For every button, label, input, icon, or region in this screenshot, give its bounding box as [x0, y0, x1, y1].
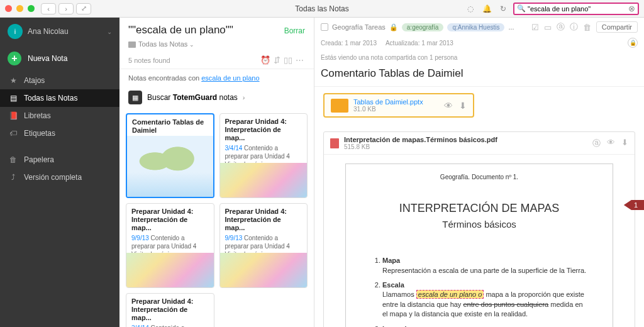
updated-date: Actualizada: 1 mar 2013 — [386, 40, 453, 47]
annotate-icon[interactable]: ⓐ — [557, 21, 565, 33]
download-icon[interactable]: ⬇ — [621, 138, 628, 149]
share-button[interactable]: Compartir — [596, 21, 638, 33]
close-window-button[interactable] — [5, 5, 12, 12]
notebook-crumb[interactable]: Todas las Notas⌄ — [119, 39, 314, 52]
avatar: i — [8, 24, 23, 39]
info-icon[interactable]: ⓘ — [570, 21, 578, 33]
sidebar-item-label: Libretas — [24, 111, 51, 120]
note-card-thumb — [127, 136, 213, 197]
note-detail-pane: Geografía Tareas 🔒 a:geografía q:Annika … — [314, 18, 644, 327]
note-list-pane: ""escala de un plano"" Borrar Todas las … — [119, 18, 314, 327]
sidebar-item-notebooks[interactable]: 📕Libretas — [0, 107, 119, 125]
sidebar-item-label: Todas las Notas — [24, 94, 77, 103]
new-note-button[interactable]: + Nueva Nota — [0, 45, 119, 72]
preview-icon[interactable]: 👁 — [607, 138, 615, 149]
global-search-box[interactable]: 🔍 ⊗ — [513, 3, 639, 15]
sidebar-item-tags[interactable]: 🏷Etiquetas — [0, 125, 119, 142]
sidebar-item-label: Atajos — [24, 76, 45, 85]
note-card[interactable]: Preparar Unidad 4: Interpretación de map… — [126, 203, 214, 288]
pptx-icon — [331, 99, 348, 113]
notebook-name[interactable]: Geografía Tareas — [332, 23, 386, 31]
nav-forward-button[interactable]: › — [58, 3, 74, 14]
note-title[interactable]: Comentario Tablas de Daimiel — [314, 64, 644, 86]
sidebar-item-label: Papelera — [24, 155, 54, 164]
chevron-down-icon: ⌄ — [107, 28, 112, 35]
note-card[interactable]: Preparar Unidad 4: Interpretación de map… — [219, 113, 308, 198]
preview-icon[interactable]: 👁 — [444, 101, 453, 111]
note-card-snippet: 3/4/14 Contenido a preparar para Unidad … — [220, 144, 308, 163]
pdf-preview[interactable]: Geografía. Documento nº 1. INTERPRETACIÓ… — [324, 155, 635, 327]
more-icon[interactable]: ⋯ — [294, 55, 305, 65]
created-date: Creada: 1 mar 2013 — [321, 40, 377, 47]
nav-back-button[interactable]: ‹ — [41, 3, 56, 14]
search-external-row[interactable]: ▦ Buscar TotemGuard notas › — [119, 87, 314, 111]
result-count: 5 notes found — [128, 57, 170, 64]
attachment-pptx[interactable]: Tablas de Daimiel.pptx 31.0 KB 👁 ⬇ — [323, 93, 474, 118]
pdf-doc-header: Geografía. Documento nº 1. — [371, 173, 587, 182]
notebook-icon — [128, 42, 136, 48]
note-card-title: Preparar Unidad 4: Interpretación de map… — [126, 204, 214, 234]
sidebar-item-all-notes[interactable]: ▤Todas las Notas — [0, 89, 119, 107]
totemguard-icon: ▦ — [128, 91, 142, 104]
book-icon: 📕 — [9, 111, 18, 120]
pdf-name: Interpretación de mapas.Términos básicos… — [344, 136, 497, 143]
note-checkbox[interactable] — [321, 23, 328, 31]
tag-overflow[interactable]: ... — [508, 23, 514, 31]
note-card-grid: Comentario Tablas de Daimiel Preparar Un… — [119, 111, 314, 327]
note-card-thumb — [220, 163, 308, 197]
note-card-snippet: 9/9/13 Contenido a preparar para Unidad … — [220, 234, 308, 253]
pdf-size: 515.8 KB — [344, 143, 497, 150]
pdf-doc-subtitle: Términos básicos — [371, 218, 587, 231]
bell-icon[interactable]: 🔔 — [480, 3, 493, 14]
note-body[interactable]: Tablas de Daimiel.pptx 31.0 KB 👁 ⬇ Inter… — [314, 87, 644, 327]
note-card[interactable]: Comentario Tablas de Daimiel — [126, 113, 214, 198]
expand-button[interactable]: ⤢ — [76, 3, 91, 14]
search-icon: 🔍 — [517, 4, 526, 13]
reminder-icon[interactable]: ☑ — [531, 23, 539, 32]
tag-chip[interactable]: a:geografía — [402, 23, 444, 31]
note-card-snippet: 3/4/14 Contenido a preparar para Unidad … — [126, 324, 214, 327]
attachment-pdf: Interpretación de mapas.Términos básicos… — [323, 131, 635, 327]
reminders-icon[interactable]: ⏰ — [260, 55, 271, 65]
download-icon[interactable]: ⬇ — [459, 101, 467, 111]
sidebar-item-label: Etiquetas — [24, 129, 55, 138]
sync-icon[interactable]: ↻ — [497, 3, 509, 14]
sidebar-item-trash[interactable]: 🗑Papelera — [0, 151, 119, 169]
note-card-thumb — [220, 253, 308, 287]
window-title: Todas las Notas — [295, 4, 348, 13]
account-switcher[interactable]: i Ana Nicolau ⌄ — [0, 18, 119, 45]
minimize-window-button[interactable] — [16, 5, 23, 12]
note-card-title: Preparar Unidad 4: Interpretación de map… — [126, 294, 214, 324]
shared-note-info: Estás viendo una nota compartida con 1 p… — [314, 52, 644, 64]
found-with-text: Notas encontradas con escala de un plano — [119, 69, 314, 87]
sidebar-item-upgrade[interactable]: ⤴Versión completa — [0, 169, 119, 186]
sidebar-item-shortcuts[interactable]: ★Atajos — [0, 72, 119, 89]
note-card-title: Preparar Unidad 4: Interpretación de map… — [220, 204, 308, 234]
lock-circle-icon[interactable]: 🔒 — [628, 38, 638, 48]
star-icon: ★ — [9, 76, 18, 85]
profile-name: Ana Nicolau — [28, 27, 102, 36]
sidebar-item-label: Versión completa — [24, 173, 82, 182]
present-icon[interactable]: ▭ — [544, 23, 552, 32]
zoom-window-button[interactable] — [28, 5, 35, 12]
search-term-link[interactable]: escala de un plano — [201, 74, 259, 82]
note-card-title: Comentario Tablas de Daimiel — [127, 114, 213, 136]
tag-icon: 🏷 — [9, 129, 18, 138]
note-card-thumb — [126, 253, 214, 287]
titlebar: ‹ › ⤢ Todas las Notas ◌ 🔔 ↻ 🔍 ⊗ — [0, 0, 644, 18]
clear-search-button[interactable]: Borrar — [284, 26, 305, 35]
trash-icon[interactable]: 🗑 — [583, 23, 591, 32]
view-toggle-icon[interactable]: ▯▯ — [282, 55, 294, 65]
note-card[interactable]: Preparar Unidad 4: Interpretación de map… — [126, 293, 214, 327]
chevron-down-icon: ⌄ — [189, 42, 194, 48]
notes-icon: ▤ — [9, 94, 18, 103]
clear-search-icon[interactable]: ⊗ — [628, 4, 635, 13]
search-input[interactable] — [528, 5, 628, 13]
activity-icon[interactable]: ◌ — [464, 3, 477, 14]
tag-chip[interactable]: q:Annika Huestis — [447, 23, 504, 31]
annotate-icon[interactable]: ⓐ — [592, 138, 601, 149]
note-card[interactable]: Preparar Unidad 4: Interpretación de map… — [219, 203, 308, 288]
sort-icon[interactable]: ⇵ — [271, 55, 282, 65]
highlighted-match: escala de un plano o — [416, 290, 484, 299]
note-card-snippet: 9/9/13 Contenido a preparar para Unidad … — [126, 234, 214, 253]
